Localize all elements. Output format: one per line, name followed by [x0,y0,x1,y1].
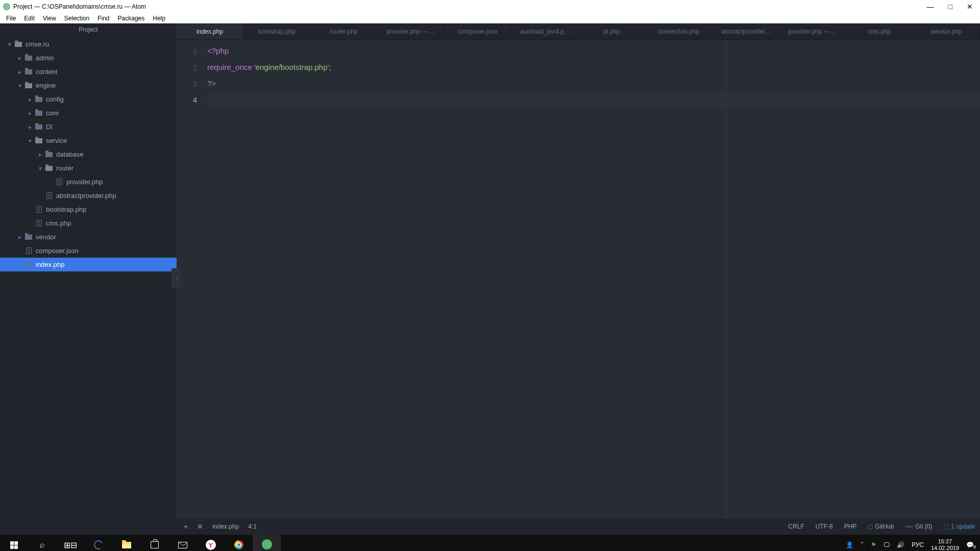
tree-item[interactable]: cmse.ru [0,37,177,51]
code-content[interactable]: <?php require_once 'engine/bootstrap.php… [207,40,980,518]
editor-tab[interactable]: composer.json [445,23,511,39]
status-language[interactable]: PHP [844,523,857,530]
tray-language[interactable]: РУС [912,541,924,548]
tab-bar: index.phpbootstrap.phprouter.phpprovider… [177,23,980,40]
status-eol[interactable]: CRLF [788,523,804,530]
file-icon [24,247,33,255]
yandex-app[interactable]: Y [197,535,225,551]
status-updates[interactable]: ⬚1 update [943,523,975,530]
menu-help[interactable]: Help [149,14,169,23]
tree-item[interactable]: database [0,147,177,161]
tree-item[interactable]: DI [0,120,177,134]
file-tree[interactable]: cmse.ruadmincontentengineconfigcoreDIser… [0,36,177,535]
tree-item-label: provider.php [66,178,103,186]
editor-tab[interactable]: autoload_psr4.p... [511,23,578,39]
tree-item-label: engine [36,82,56,89]
status-github[interactable]: ◌GitHub [868,523,894,530]
close-file-button[interactable]: ✕ [197,522,203,531]
folder-icon [45,151,53,159]
editor-tab[interactable]: di.php [578,23,645,39]
tree-item[interactable]: service [0,134,177,147]
minimize-button[interactable]: — [927,3,934,11]
tray-flag-icon[interactable]: ⚑ [871,541,876,548]
editor-tab[interactable]: provider.php — ... [378,23,445,39]
tray-clock[interactable]: 15:27 14.02.2019 [931,538,959,551]
search-button[interactable]: ⌕ [28,535,56,551]
status-file[interactable]: index.php [212,523,239,530]
task-view-button[interactable]: ⊞⊟ [56,535,84,551]
tray-display-icon[interactable]: 🖵 [884,541,890,548]
start-button[interactable] [0,535,28,551]
mail-app[interactable] [168,535,197,551]
new-file-button[interactable]: + [184,522,188,531]
tree-item[interactable]: provider.php [0,175,177,189]
chevron-right-icon[interactable] [38,151,43,158]
chrome-app[interactable] [225,535,253,551]
tree-item[interactable]: admin [0,51,177,65]
editor-tab[interactable]: connection.php [645,23,712,39]
clock-time: 15:27 [931,538,959,545]
tree-item[interactable]: vendor [0,230,177,244]
status-git[interactable]: -○-Git (0) [905,523,933,530]
editor-tab[interactable]: bootstrap.php [243,23,310,39]
code-token: <?php [207,46,229,55]
tree-item[interactable]: core [0,106,177,120]
tree-item[interactable]: content [0,65,177,79]
tree-item-label: cms.php [46,219,71,227]
explorer-app[interactable] [112,535,140,551]
status-encoding[interactable]: UTF-8 [816,523,833,530]
tree-item[interactable]: engine [0,79,177,92]
tree-item[interactable]: config [0,92,177,106]
menu-packages[interactable]: Packages [114,14,149,23]
git-branch-icon: -○- [905,523,913,530]
code-token: 'engine/bootstrap.php' [254,63,329,71]
action-center-icon[interactable]: 💬6 [966,541,974,548]
chevron-right-icon[interactable] [17,234,22,241]
chevron-down-icon[interactable] [28,137,33,144]
menu-file[interactable]: File [2,14,20,23]
tree-item[interactable]: cms.php [0,216,177,230]
editor-tab[interactable]: service.php [913,23,980,39]
file-icon [24,261,33,269]
tree-item[interactable]: index.php [0,258,177,271]
tree-item-label: content [36,68,58,76]
editor-tab[interactable]: router.php [310,23,377,39]
editor-tab[interactable]: index.php [177,23,243,39]
chevron-down-icon[interactable] [38,165,43,172]
menu-selection[interactable]: Selection [60,14,93,23]
tree-item[interactable]: router [0,161,177,175]
editor-tab[interactable]: abstractprovider... [712,23,779,39]
editor-pane: index.phpbootstrap.phprouter.phpprovider… [177,23,980,535]
tray-volume-icon[interactable]: 🔊 [897,541,904,548]
menu-edit[interactable]: Edit [20,14,39,23]
chevron-down-icon[interactable] [7,41,12,48]
edge-app[interactable] [84,535,112,551]
store-app[interactable] [140,535,168,551]
folder-icon [35,123,43,131]
chevron-right-icon[interactable] [17,68,22,76]
file-icon [35,206,43,214]
code-area[interactable]: 1 2 3 4 <?php require_once 'engine/boots… [177,40,980,518]
maximize-button[interactable]: □ [948,3,952,11]
close-button[interactable]: ✕ [967,3,973,11]
tree-item[interactable]: abstractprovider.php [0,189,177,203]
atom-app[interactable] [253,535,281,551]
chevron-right-icon[interactable] [28,110,33,117]
chevron-down-icon[interactable] [17,82,22,89]
clock-date: 14.02.2019 [931,545,959,551]
tray-chevron-icon[interactable]: ˄ [861,541,864,548]
tree-item[interactable]: composer.json [0,244,177,258]
menu-view[interactable]: View [39,14,60,23]
chevron-right-icon[interactable] [28,96,33,103]
chevron-right-icon[interactable] [17,55,22,62]
editor-tab[interactable]: provider.php — ... [779,23,846,39]
editor-tab[interactable]: cms.php [846,23,913,39]
atom-logo-icon [3,3,10,10]
tree-item-label: vendor [36,233,56,241]
people-icon[interactable]: 👤 [846,541,853,548]
menu-find[interactable]: Find [93,14,113,23]
status-cursor-pos[interactable]: 4:1 [248,523,257,530]
chevron-right-icon[interactable] [28,123,33,131]
tree-item-label: index.php [36,261,64,268]
tree-item[interactable]: bootstrap.php [0,203,177,216]
